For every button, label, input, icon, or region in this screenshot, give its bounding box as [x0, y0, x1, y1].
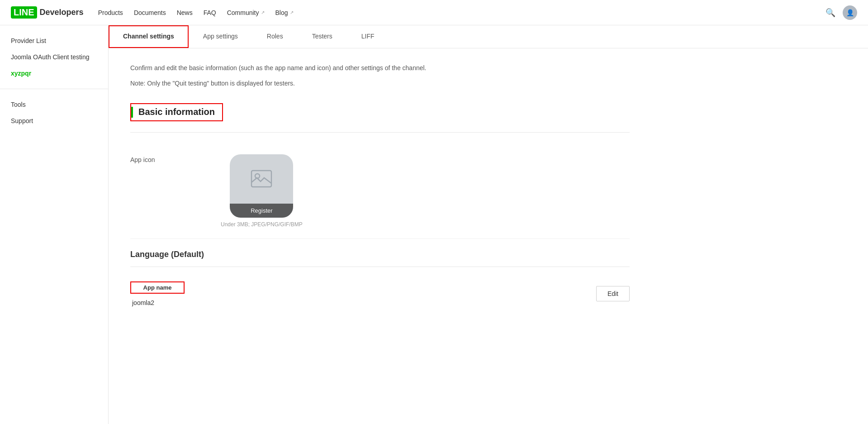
search-button[interactable]: 🔍	[825, 8, 835, 18]
sidebar-item-support[interactable]: Support	[0, 113, 108, 129]
tab-testers[interactable]: Testers	[298, 25, 347, 48]
logo: LINE Developers	[11, 6, 84, 19]
nav-community[interactable]: Community ↗	[227, 9, 265, 16]
section-accent-bar	[131, 107, 133, 118]
basic-information-header: Basic information	[130, 103, 223, 121]
sidebar-item-tools[interactable]: Tools	[0, 96, 108, 113]
section-title: Basic information	[138, 107, 215, 117]
description-line2: Note: Only the "Quit testing" button is …	[130, 78, 630, 88]
nav-products[interactable]: Products	[98, 9, 123, 16]
app-name-row: App name joomla2 Edit	[130, 278, 630, 310]
app-icon-container: Register Under 3MB; JPEG/PNG/GIF/BMP	[221, 154, 303, 228]
content-area: Confirm and edit the basic information (…	[109, 48, 651, 335]
external-link-icon: ↗	[290, 10, 294, 15]
top-nav: LINE Developers Products Documents News …	[0, 0, 868, 25]
section-divider	[130, 132, 630, 133]
app-name-label-box: App name	[130, 281, 185, 294]
language-title: Language (Default)	[130, 250, 630, 259]
logo-developers-text: Developers	[40, 8, 84, 17]
nav-right: 🔍 👤	[825, 5, 857, 20]
app-icon-image-area	[230, 154, 293, 204]
nav-links: Products Documents News FAQ Community ↗ …	[98, 9, 825, 16]
icon-hint: Under 3MB; JPEG/PNG/GIF/BMP	[221, 221, 303, 228]
tab-roles[interactable]: Roles	[252, 25, 298, 48]
sidebar-item-provider-list[interactable]: Provider List	[0, 33, 108, 49]
user-avatar[interactable]: 👤	[843, 5, 857, 20]
logo-line-text: LINE	[11, 6, 37, 19]
nav-documents[interactable]: Documents	[134, 9, 166, 16]
image-placeholder-icon	[251, 170, 272, 188]
sidebar-item-joomla-oauth[interactable]: Joomla OAuth Client testing	[0, 49, 108, 65]
tab-channel-settings[interactable]: Channel settings	[109, 25, 189, 48]
app-icon-label: App icon	[130, 154, 221, 163]
app-icon-row: App icon Register Under 3	[130, 143, 630, 239]
language-divider	[130, 267, 630, 267]
tab-app-settings[interactable]: App settings	[189, 25, 252, 48]
register-overlay[interactable]: Register	[230, 204, 293, 218]
external-link-icon: ↗	[261, 10, 265, 15]
language-section: Language (Default) App name joomla2 Edit	[130, 239, 630, 321]
app-name-value: joomla2	[130, 297, 596, 306]
main-content: Channel settings App settings Roles Test…	[109, 25, 868, 424]
nav-news[interactable]: News	[177, 9, 193, 16]
app-icon-box[interactable]: Register	[230, 154, 293, 218]
sidebar-item-xyzpqr[interactable]: xyzpqr	[0, 65, 108, 81]
svg-rect-0	[251, 171, 271, 187]
tab-liff[interactable]: LIFF	[347, 25, 389, 48]
sidebar: Provider List Joomla OAuth Client testin…	[0, 25, 109, 424]
tabs-bar: Channel settings App settings Roles Test…	[109, 25, 868, 48]
layout: Provider List Joomla OAuth Client testin…	[0, 25, 868, 424]
description-line1: Confirm and edit the basic information (…	[130, 63, 630, 73]
edit-button[interactable]: Edit	[596, 286, 630, 301]
nav-blog[interactable]: Blog ↗	[275, 9, 294, 16]
nav-faq[interactable]: FAQ	[204, 9, 216, 16]
